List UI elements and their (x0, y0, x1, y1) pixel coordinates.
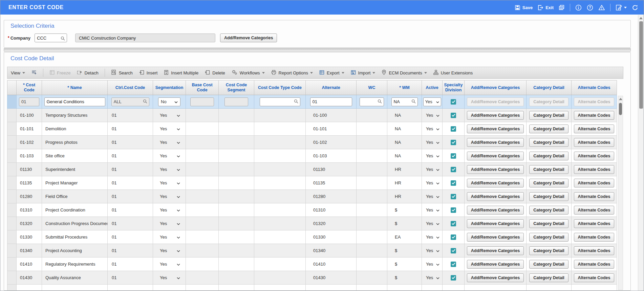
cell-cost-code-segment[interactable] (219, 258, 254, 271)
cell-wm[interactable]: NA (387, 122, 422, 136)
cell-wc[interactable] (357, 190, 387, 203)
cell-cost-code[interactable]: 01-100 (17, 109, 42, 122)
insert-multiple-button[interactable]: Insert Multiple (164, 70, 198, 76)
add-remove-categories-button[interactable]: Add/Remove Categories (467, 260, 524, 269)
row-gutter[interactable] (7, 122, 17, 136)
base-cost-code-input[interactable] (190, 97, 214, 106)
delete-button[interactable]: Delete (205, 70, 225, 76)
cell-alternate-codes[interactable]: Alternate Codes (572, 122, 617, 136)
cell-ctrl-cost-code[interactable]: 01 (108, 136, 153, 149)
category-detail-button[interactable]: Category Detail (529, 152, 568, 160)
cell-cost-code-type-code[interactable] (254, 230, 306, 244)
row-gutter[interactable] (7, 176, 17, 190)
alternate-codes-button[interactable]: Alternate Codes (574, 138, 615, 147)
add-remove-categories-button[interactable]: Add/Remove Categories (467, 273, 524, 282)
cell-specialty-division[interactable] (443, 203, 465, 217)
cell-name[interactable]: Project Accounting (42, 244, 108, 258)
scroll-up-icon[interactable] (639, 17, 643, 19)
add-remove-categories-button[interactable]: Add/Remove Categories (467, 246, 524, 255)
specialty-division-checkbox[interactable] (451, 234, 456, 240)
add-remove-categories-button[interactable]: Add/Remove Categories (467, 125, 524, 133)
cell-active[interactable]: Yes (422, 271, 443, 285)
cell-base-cost-code[interactable] (186, 190, 219, 203)
cell-category-detail[interactable]: Category Detail (527, 176, 572, 190)
cell-base-cost-code[interactable] (186, 136, 219, 149)
table-row[interactable]: 01430Quality Assurance01Yes01430$YesAdd/… (7, 271, 617, 285)
add-remove-categories-button[interactable]: Add/Remove Categories (220, 33, 277, 42)
cell-base-cost-code[interactable] (186, 230, 219, 244)
segmentation-select[interactable]: Yes (153, 140, 186, 145)
cell-category-detail[interactable]: Category Detail (527, 258, 572, 271)
cell-category-detail[interactable]: Category Detail (527, 122, 572, 136)
category-detail-button[interactable]: Category Detail (529, 111, 568, 120)
cell-add-remove-categories[interactable]: Add/Remove Categories (465, 176, 527, 190)
segmentation-select[interactable]: Yes (153, 275, 186, 280)
cell-cost-code[interactable]: 01-102 (17, 136, 42, 149)
active-select[interactable]: Yes (422, 221, 442, 226)
cell-alternate-codes[interactable]: Alternate Codes (572, 95, 617, 109)
cell-wm[interactable]: NA (387, 109, 422, 122)
cell-cost-code-type-code[interactable] (254, 190, 306, 203)
specialty-division-checkbox[interactable] (451, 262, 456, 267)
cell-alternate[interactable]: 01-103 (306, 149, 357, 163)
active-select[interactable]: Yes (422, 140, 442, 145)
cell-alternate-codes[interactable]: Alternate Codes (572, 163, 617, 176)
cell-cost-code[interactable]: 01280 (17, 190, 42, 203)
cell-base-cost-code[interactable] (186, 149, 219, 163)
cell-specialty-division[interactable] (443, 149, 465, 163)
cell-active[interactable]: Yes (422, 258, 443, 271)
cell-alternate-codes[interactable]: Alternate Codes (572, 190, 617, 203)
add-remove-categories-button[interactable]: Add/Remove Categories (467, 206, 524, 215)
cell-cost-code-segment[interactable] (219, 122, 254, 136)
cell-ctrl-cost-code[interactable]: 01 (108, 122, 153, 136)
cell-wm[interactable]: $ (387, 271, 422, 285)
add-remove-categories-button[interactable]: Add/Remove Categories (467, 219, 524, 228)
cell-wm[interactable] (387, 95, 422, 109)
cell-wc[interactable] (357, 244, 387, 258)
cell-cost-code-type-code[interactable] (254, 258, 306, 271)
cell-segmentation[interactable]: Yes (153, 258, 186, 271)
cell-name[interactable]: Demolition (42, 122, 108, 136)
table-row[interactable]: 01330Submittal Procedures01Yes01330EAYes… (7, 230, 617, 244)
cell-cost-code-segment[interactable] (219, 95, 254, 109)
cell-ctrl-cost-code[interactable]: 01 (108, 163, 153, 176)
cell-add-remove-categories[interactable]: Add/Remove Categories (465, 271, 527, 285)
segmentation-select[interactable]: Yes (153, 221, 186, 226)
active-select[interactable]: Yes (422, 153, 442, 158)
row-gutter[interactable] (7, 230, 17, 244)
cell-alternate-codes[interactable]: Alternate Codes (572, 271, 617, 285)
table-row[interactable]: 01340Project Accounting01Yes01340$YesAdd… (7, 244, 617, 258)
cell-wc[interactable] (357, 109, 387, 122)
cell-ctrl-cost-code[interactable]: 01 (108, 149, 153, 163)
cell-active[interactable]: Yes (422, 203, 443, 217)
cell-ctrl-cost-code[interactable]: 01 (108, 217, 153, 230)
cell-cost-code-type-code[interactable] (254, 176, 306, 190)
cell-base-cost-code[interactable] (186, 217, 219, 230)
cell-ctrl-cost-code[interactable]: 01 (108, 176, 153, 190)
scroll-up-icon[interactable] (619, 98, 622, 100)
cell-specialty-division[interactable] (443, 95, 465, 109)
cell-cost-code[interactable]: 01130 (17, 163, 42, 176)
cell-name[interactable]: Progress photos (42, 136, 108, 149)
cell-ctrl-cost-code[interactable]: 01 (108, 190, 153, 203)
cell-wm[interactable]: NA (387, 136, 422, 149)
cell-cost-code-type-code[interactable] (254, 203, 306, 217)
alternate-codes-button[interactable]: Alternate Codes (574, 125, 615, 133)
col-header-alternate-codes[interactable]: Alternate Codes (572, 80, 617, 95)
segmentation-select[interactable]: Yes (153, 126, 186, 131)
row-gutter[interactable] (7, 95, 17, 109)
cell-specialty-division[interactable] (443, 136, 465, 149)
segmentation-select[interactable]: Yes (153, 234, 186, 240)
active-select[interactable]: Yes (423, 97, 441, 106)
alternate-input[interactable] (310, 97, 352, 106)
alternate-codes-button[interactable]: Alternate Codes (574, 165, 615, 174)
add-remove-categories-button[interactable]: Add/Remove Categories (467, 192, 524, 201)
cell-base-cost-code[interactable] (186, 122, 219, 136)
active-select[interactable]: Yes (422, 248, 442, 253)
specialty-division-checkbox[interactable] (451, 153, 456, 159)
cell-base-cost-code[interactable] (186, 95, 219, 109)
cell-add-remove-categories[interactable]: Add/Remove Categories (465, 149, 527, 163)
scrollbar-thumb[interactable] (639, 21, 643, 109)
specialty-division-checkbox[interactable] (451, 99, 456, 105)
cell-cost-code-type-code[interactable] (254, 149, 306, 163)
